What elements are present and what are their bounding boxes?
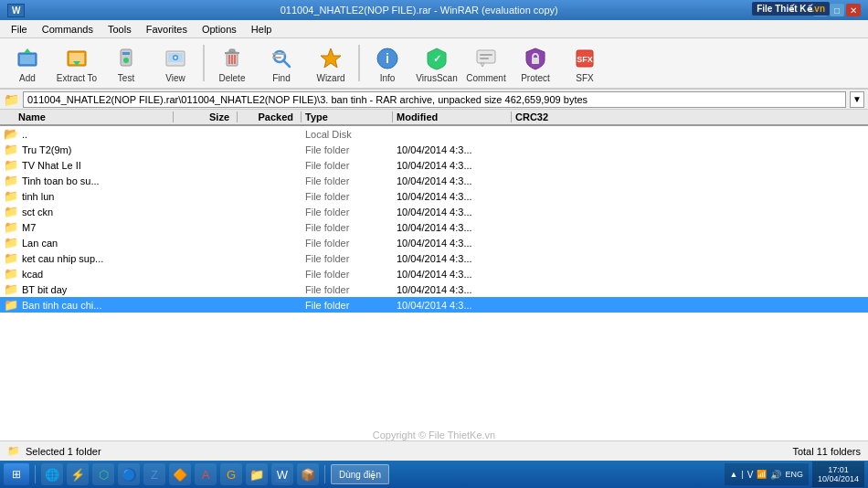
- file-type-cell: File folder: [302, 144, 393, 155]
- taskbar-active-label: Dùng điện: [339, 470, 381, 480]
- table-row[interactable]: 📁TV Nhat Le IIFile folder10/04/2014 4:3.…: [0, 157, 868, 173]
- taskbar-torrent-icon[interactable]: ⚡: [67, 463, 89, 485]
- table-row[interactable]: 📁kcadFile folder10/04/2014 4:3...: [0, 266, 868, 281]
- tray-sound-icon[interactable]: 🔊: [770, 470, 781, 480]
- menu-options[interactable]: Options: [195, 22, 244, 37]
- file-type-cell: File folder: [302, 207, 393, 217]
- table-row[interactable]: 📁tinh lunFile folder10/04/2014 4:3...: [0, 188, 868, 204]
- file-modified-cell: 10/04/2014 4:3...: [393, 284, 512, 295]
- tool-sfx-label: SFX: [576, 73, 593, 83]
- menu-file[interactable]: File: [4, 22, 35, 37]
- taskbar-word-icon[interactable]: W: [271, 463, 293, 485]
- svg-text:✓: ✓: [433, 53, 441, 64]
- file-type-cell: File folder: [302, 300, 393, 311]
- logo-area: W: [7, 4, 25, 17]
- taskbar-folder-icon[interactable]: 📁: [246, 463, 268, 485]
- statusbar-selected: Selected 1 folder: [26, 446, 101, 457]
- tray-icon1: |: [741, 470, 743, 479]
- col-header-crc[interactable]: CRC32: [512, 111, 585, 122]
- window-title: 011004_NHATLE2(NOP FILE).rar - WinRAR (e…: [25, 5, 813, 16]
- tool-wizard[interactable]: Wizard: [307, 40, 355, 86]
- maximize-button[interactable]: □: [830, 4, 844, 16]
- taskbar-icon6[interactable]: 🔶: [169, 463, 191, 485]
- extract-icon: [62, 44, 91, 73]
- menu-tools[interactable]: Tools: [101, 22, 139, 37]
- col-header-modified[interactable]: Modified: [393, 111, 512, 122]
- address-dropdown-btn[interactable]: ▼: [850, 91, 864, 108]
- folder-icon: 📁: [4, 267, 18, 281]
- col-header-packed[interactable]: Packed: [238, 111, 302, 122]
- tool-find[interactable]: Find: [258, 40, 305, 86]
- taskbar-winrar-icon[interactable]: 📦: [297, 463, 319, 485]
- file-type-cell: File folder: [302, 222, 393, 233]
- toolbar-sep2: [358, 45, 360, 81]
- tool-virusscan[interactable]: ✓ VirusScan: [413, 40, 460, 86]
- file-name-cell: 📁ket cau nhip sup...: [0, 251, 174, 265]
- col-header-name[interactable]: Name: [0, 111, 174, 122]
- statusbar-icon: 📁: [7, 445, 20, 457]
- file-name-cell: 📁Tru T2(9m): [0, 143, 174, 156]
- svg-line-20: [283, 60, 290, 67]
- protect-icon: [521, 44, 550, 73]
- menu-commands[interactable]: Commands: [35, 22, 101, 37]
- file-modified-cell: 10/04/2014 4:3...: [393, 300, 512, 311]
- view-icon: [161, 44, 190, 73]
- file-modified-cell: 10/04/2014 4:3...: [393, 207, 512, 217]
- taskbar-icon8[interactable]: G: [220, 463, 242, 485]
- col-header-size[interactable]: Size: [174, 111, 238, 122]
- table-row[interactable]: 📁Tinh toan bo su...File folder10/04/2014…: [0, 173, 868, 188]
- table-row[interactable]: 📁ket cau nhip sup...File folder10/04/201…: [0, 250, 868, 266]
- taskbar-active-window[interactable]: Dùng điện: [331, 464, 389, 484]
- menu-help[interactable]: Help: [244, 22, 280, 37]
- close-button[interactable]: ✕: [846, 4, 861, 16]
- table-row[interactable]: 📁M7File folder10/04/2014 4:3...: [0, 219, 868, 235]
- virusscan-icon: ✓: [422, 44, 451, 73]
- wizard-icon: [316, 44, 345, 73]
- column-header: Name Size Packed Type Modified CRC32: [0, 110, 868, 126]
- tool-delete[interactable]: Delete: [208, 40, 256, 86]
- tray-vpn-icon[interactable]: V: [747, 470, 754, 480]
- clock[interactable]: 17:01 10/04/2014: [812, 461, 864, 487]
- folder-icon: 📁: [4, 205, 18, 218]
- tool-add[interactable]: Add: [4, 40, 51, 86]
- tool-protect-label: Protect: [521, 73, 550, 83]
- taskbar-chrome-icon[interactable]: 🔵: [118, 463, 140, 485]
- file-name-cell: 📁Ban tinh cau chi...: [0, 298, 174, 312]
- taskbar-ie-icon[interactable]: 🌐: [41, 463, 63, 485]
- table-row[interactable]: 📁BT bit dayFile folder10/04/2014 4:3...: [0, 281, 868, 297]
- file-name-cell: 📁BT bit day: [0, 282, 174, 296]
- tool-sfx[interactable]: SFX SFX: [561, 40, 609, 86]
- tool-extract[interactable]: Extract To: [53, 40, 101, 86]
- taskbar-icon3[interactable]: ⬡: [92, 463, 114, 485]
- file-modified-cell: 10/04/2014 4:3...: [393, 191, 512, 202]
- table-row[interactable]: 📁Ban tinh cau chi...File folder10/04/201…: [0, 297, 868, 313]
- table-row[interactable]: 📁Lan canFile folder10/04/2014 4:3...: [0, 235, 868, 250]
- file-modified-cell: 10/04/2014 4:3...: [393, 269, 512, 280]
- tool-test[interactable]: Test: [102, 40, 150, 86]
- tool-test-label: Test: [118, 73, 134, 83]
- tray-lang[interactable]: ENG: [785, 470, 803, 479]
- time-display: 17:01: [828, 465, 849, 474]
- tool-info-label: Info: [380, 73, 396, 83]
- table-row[interactable]: 📁Tru T2(9m)File folder10/04/2014 4:3...: [0, 142, 868, 157]
- find-icon: [267, 44, 296, 73]
- col-header-type[interactable]: Type: [302, 111, 393, 122]
- menu-favorites[interactable]: Favorites: [139, 22, 195, 37]
- tool-view[interactable]: View: [152, 40, 199, 86]
- table-row[interactable]: 📁sct cknFile folder10/04/2014 4:3...: [0, 204, 868, 219]
- taskbar-zalo-icon[interactable]: Z: [143, 463, 165, 485]
- tool-comment[interactable]: Comment: [462, 40, 510, 86]
- taskbar-autocad-icon[interactable]: A: [195, 463, 217, 485]
- table-row[interactable]: 📂..Local Disk: [0, 126, 868, 142]
- address-input[interactable]: [23, 91, 846, 108]
- tool-protect[interactable]: Protect: [512, 40, 559, 86]
- tray-arrow[interactable]: ▲: [730, 470, 738, 479]
- start-button[interactable]: ⊞: [4, 463, 29, 485]
- file-modified-cell: 10/04/2014 4:3...: [393, 222, 512, 233]
- svg-rect-15: [229, 49, 235, 52]
- addressbar: 📁 ▼: [0, 90, 868, 110]
- test-icon: [111, 44, 141, 73]
- tool-info[interactable]: i Info: [364, 40, 411, 86]
- add-icon: [13, 44, 42, 73]
- system-tray: ▲ | V 📶 🔊 ENG: [725, 463, 809, 485]
